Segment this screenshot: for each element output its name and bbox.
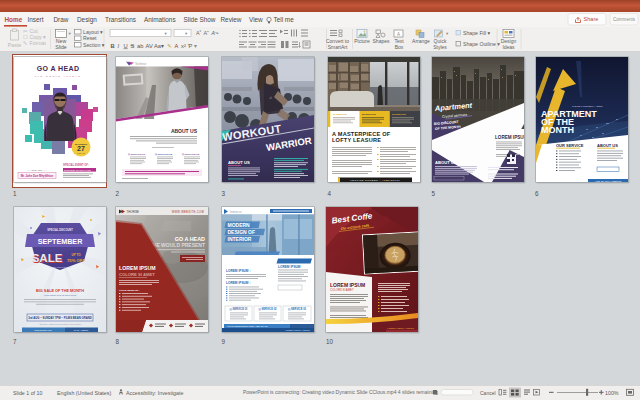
svg-text:www.website.com: www.website.com <box>34 329 52 331</box>
svg-text:COLORE SI AMET: COLORE SI AMET <box>119 272 155 277</box>
svg-text:SALE: SALE <box>32 252 63 264</box>
svg-text:Review: Review <box>221 16 242 23</box>
svg-text:7:00 AM: 7:00 AM <box>77 152 85 154</box>
svg-text:Design: Design <box>77 16 97 24</box>
svg-text:Cancel: Cancel <box>480 390 496 396</box>
svg-text:INTERIOR: INTERIOR <box>228 236 252 242</box>
svg-text:HOTLINE NUMBER | +123456789: HOTLINE NUMBER | +123456789 <box>350 178 400 181</box>
svg-text:ABOUT US: ABOUT US <box>435 160 457 165</box>
svg-text:x²: x² <box>181 43 186 49</box>
svg-text:Comments: Comments <box>613 17 636 22</box>
svg-text:English (United States): English (United States) <box>57 390 111 396</box>
svg-text:LOREM IPSUM | 123456: LOREM IPSUM | 123456 <box>286 329 311 331</box>
svg-text:GO A HEAD: GO A HEAD <box>37 64 80 71</box>
svg-text:5: 5 <box>432 190 436 197</box>
svg-text:Tell me: Tell me <box>274 16 295 23</box>
svg-text:LOREM IPSUM: LOREM IPSUM <box>119 265 156 271</box>
svg-text:BUSINESS INFORMATION: BUSINESS INFORMATION <box>64 168 91 170</box>
svg-text:A: A <box>397 32 400 37</box>
svg-text:ab: ab <box>137 43 143 49</box>
svg-text:MODERN: MODERN <box>228 222 251 228</box>
svg-text:PowerPoint is connecting: Crea: PowerPoint is connecting: Creating video… <box>243 389 438 395</box>
svg-text:Shape Outline ▾: Shape Outline ▾ <box>463 41 500 47</box>
svg-text:Aa▾: Aa▾ <box>154 43 164 49</box>
svg-text:Section ▾: Section ▾ <box>83 42 105 48</box>
svg-text:LOREM IPSUM DOLOR: LOREM IPSUM DOLOR <box>48 266 72 268</box>
svg-text:♫: ♫ <box>269 95 272 100</box>
svg-text:Mr. John Doe Mhyfdhion: Mr. John Doe Mhyfdhion <box>21 173 54 177</box>
svg-text:◱ SERVICE 03: ◱ SERVICE 03 <box>288 307 307 311</box>
svg-text:DESIGN OF: DESIGN OF <box>228 229 256 235</box>
svg-text:S: S <box>131 43 135 49</box>
svg-text:SPECIAL DISCOUNT: SPECIAL DISCOUNT <box>47 228 73 232</box>
svg-text:LOREM IPSUM: LOREM IPSUM <box>278 265 301 269</box>
svg-text:6: 6 <box>535 190 539 197</box>
svg-text:Layout ▾: Layout ▾ <box>83 29 103 35</box>
svg-text:COLORS SI AMET: COLORS SI AMET <box>330 288 354 292</box>
svg-text:4: 4 <box>328 190 332 197</box>
svg-text:Styles: Styles <box>433 44 447 50</box>
svg-text:MONTH: MONTH <box>541 125 574 135</box>
svg-text:◱ SERVICE 01: ◱ SERVICE 01 <box>229 307 248 311</box>
svg-text:UP TO: UP TO <box>71 253 81 257</box>
svg-text:▾: ▾ <box>194 43 197 49</box>
svg-text:2: 2 <box>116 190 120 197</box>
svg-text:27: 27 <box>77 145 85 152</box>
svg-text:◇ SERVICE 02: ◇ SERVICE 02 <box>154 152 173 155</box>
svg-text:Aˇ: Aˇ <box>204 30 210 36</box>
svg-text:ABOUT US: ABOUT US <box>597 142 618 147</box>
svg-text:THE WOULD PRESENT: THE WOULD PRESENT <box>150 242 205 248</box>
svg-text:Insert: Insert <box>28 16 44 23</box>
svg-text:Share: Share <box>584 16 599 22</box>
svg-text:THORISE: THORISE <box>127 210 140 214</box>
svg-text:100%: 100% <box>605 390 619 396</box>
svg-text:03 SERVICE: 03 SERVICE <box>392 113 406 116</box>
svg-text:Format: Format <box>30 40 47 46</box>
svg-text:◇ SERVICE 01: ◇ SERVICE 01 <box>127 152 146 155</box>
svg-text:1: 1 <box>13 190 17 197</box>
svg-text:View: View <box>249 16 263 23</box>
svg-text:WWW.LOREMIPSUM.COM | 123 456 7: WWW.LOREMIPSUM.COM | 123 456 789 <box>227 325 269 327</box>
svg-text:◇ SERVICE 03: ◇ SERVICE 03 <box>181 152 200 155</box>
svg-text:Shape Fill ▾: Shape Fill ▾ <box>463 30 491 36</box>
svg-text:CALL : 123456: CALL : 123456 <box>74 329 89 331</box>
svg-text:U: U <box>124 43 128 49</box>
svg-text:+123 456 7890 | WEBSITE: +123 456 7890 | WEBSITE <box>594 180 621 182</box>
svg-text:A: A <box>175 43 179 49</box>
svg-text:Slide Show: Slide Show <box>184 16 216 23</box>
svg-text:◱ SERVICE 02: ◱ SERVICE 02 <box>258 307 277 311</box>
svg-text:Lorem ipsum list :: Lorem ipsum list : <box>119 289 140 292</box>
svg-text:Transitions: Transitions <box>105 16 136 23</box>
svg-text:Animations: Animations <box>144 16 176 23</box>
svg-text:02 SERVICE: 02 SERVICE <box>362 113 376 116</box>
svg-text:Home: Home <box>5 16 23 23</box>
svg-text:Slide 1 of 10: Slide 1 of 10 <box>13 390 43 396</box>
svg-text:Reset: Reset <box>83 35 97 41</box>
svg-text:Accessibility: Investigate: Accessibility: Investigate <box>126 390 183 396</box>
svg-text:LOREM IPSUM | 123456: LOREM IPSUM | 123456 <box>387 327 414 330</box>
svg-text:THE WORLD APPEAR: THE WORLD APPEAR <box>35 74 82 77</box>
svg-text:✎: ✎ <box>167 43 172 49</box>
svg-text:Box: Box <box>395 44 404 50</box>
svg-text:BIG SALE OF THE MONTH: BIG SALE OF THE MONTH <box>36 289 84 293</box>
svg-text:ABOUT US: ABOUT US <box>228 159 250 164</box>
svg-text:SPECIAL EVENT OF:: SPECIAL EVENT OF: <box>63 163 89 167</box>
svg-text:10: 10 <box>326 338 334 345</box>
svg-text:Paste: Paste <box>8 42 21 48</box>
svg-text:8: 8 <box>116 338 120 345</box>
svg-text:Picture: Picture <box>354 38 370 44</box>
svg-text:SmartArt: SmartArt <box>328 44 348 50</box>
svg-text:at lorem | ipsum dolor sit ame: at lorem | ipsum dolor sit amet | sed co… <box>39 323 81 325</box>
svg-text:Ƥ: Ƥ <box>188 43 193 49</box>
svg-text:3: 3 <box>222 190 226 197</box>
svg-text:OUR SERVICE: OUR SERVICE <box>556 142 584 147</box>
svg-text:THE NO.1 PROPERTY AGENT: THE NO.1 PROPERTY AGENT <box>572 105 603 107</box>
svg-text:LOREM IPSUM :: LOREM IPSUM : <box>226 269 250 273</box>
svg-text:ABOUT US: ABOUT US <box>171 128 198 134</box>
svg-text:—— SPEAKER ——: —— SPEAKER —— <box>27 169 48 171</box>
svg-text:LOFTY LEASURE: LOFTY LEASURE <box>332 137 381 143</box>
svg-text:Arrange: Arrange <box>412 38 430 44</box>
svg-text:Slide: Slide <box>55 44 67 50</box>
svg-text:3rd AUG – SUNDAY 7PM – FILMS B: 3rd AUG – SUNDAY 7PM – FILMS BEAN GRAND <box>28 316 92 320</box>
svg-text:9: 9 <box>222 338 226 345</box>
